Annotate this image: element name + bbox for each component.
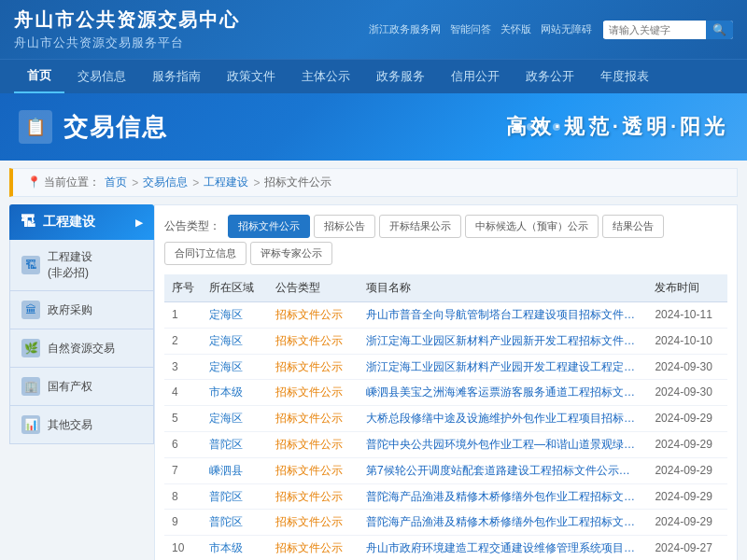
nav-subject[interactable]: 主体公示 xyxy=(289,61,363,92)
cell-date: 2024-09-29 xyxy=(647,406,727,432)
cell-name[interactable]: 普陀中央公共园环境外包作业工程—和谐山道景观绿化工程招标文件... xyxy=(359,431,647,457)
breadcrumb-construction[interactable]: 工程建设 xyxy=(204,175,248,190)
cell-date: 2024-09-30 xyxy=(647,380,727,406)
breadcrumb-current: 招标文件公示 xyxy=(264,175,331,190)
nav-service-guide[interactable]: 服务指南 xyxy=(139,61,214,92)
sidebar-item-state-owned[interactable]: 🏢 国有产权 xyxy=(9,368,154,406)
cell-num: 10 xyxy=(164,536,202,560)
cell-type: 招标文件公示 xyxy=(268,406,359,432)
other-trade-icon: 📊 xyxy=(21,415,40,434)
header-links: 浙江政务服务网 智能问答 关怀版 网站无障碍 xyxy=(369,22,592,36)
cell-name[interactable]: 舟山市政府环境建造工程交通建设维修管理系统项目招标文件公示 xyxy=(359,536,647,560)
sidebar-header: 🏗 工程建设 ▶ xyxy=(9,204,154,240)
table-row: 2 定海区 招标文件公示 浙江定海工业园区新材料产业园新开发工程招标文件公示 2… xyxy=(164,328,727,354)
cell-name[interactable]: 大桥总段修缮中途及设施维护外包作业工程项目招标文件公示 xyxy=(359,406,647,432)
nav-gov-service[interactable]: 政务服务 xyxy=(363,61,438,92)
cell-type: 招标文件公示 xyxy=(268,302,359,329)
sidebar-item-gov-purchase[interactable]: 🏛 政府采购 xyxy=(9,291,154,329)
cell-type: 招标文件公示 xyxy=(268,457,359,483)
banner-dot-2[interactable] xyxy=(527,123,534,131)
cell-num: 9 xyxy=(164,510,202,536)
search-input[interactable] xyxy=(603,21,706,38)
link-zj-gov[interactable]: 浙江政务服务网 xyxy=(369,22,441,36)
cell-name[interactable]: 浙江定海工业园区新材料产业园新开发工程招标文件公示 xyxy=(359,328,647,354)
sidebar-item-label-construction: 工程建设(非必招) xyxy=(48,249,92,281)
cell-region: 定海区 xyxy=(202,302,268,329)
header-branding: 舟山市公共资源交易中心 舟山市公共资源交易服务平台 xyxy=(14,7,240,51)
site-header: 舟山市公共资源交易中心 舟山市公共资源交易服务平台 浙江政务服务网 智能问答 关… xyxy=(0,0,747,59)
col-date: 发布时间 xyxy=(647,274,727,302)
tab-candidate[interactable]: 中标候选人（预审）公示 xyxy=(465,215,599,238)
cell-name[interactable]: 普陀海产品渔港及精修木桥修缮外包作业工程招标文件公示 xyxy=(359,483,647,510)
banner-dot-3[interactable] xyxy=(540,123,547,131)
cell-num: 2 xyxy=(164,328,202,354)
sidebar-item-label-natural: 自然资源交易 xyxy=(48,341,115,357)
nav-credit[interactable]: 信用公开 xyxy=(438,61,513,92)
sidebar-item-other-trade[interactable]: 📊 其他交易 xyxy=(9,406,154,444)
search-button[interactable]: 🔍 xyxy=(706,21,733,39)
tab-bid-docs[interactable]: 招标文件公示 xyxy=(228,215,310,238)
sidebar-item-label-state: 国有产权 xyxy=(48,379,92,395)
cell-date: 2024-09-30 xyxy=(647,354,727,380)
cell-name[interactable]: 舟山市普音全向导航管制塔台工程建设项目招标文件公示 xyxy=(359,302,647,329)
cell-type: 招标文件公示 xyxy=(268,536,359,560)
col-num: 序号 xyxy=(164,274,202,302)
header-right: 浙江政务服务网 智能问答 关怀版 网站无障碍 🔍 xyxy=(369,21,733,39)
table-row: 4 市本级 招标文件公示 嵊泗县美宝之洲海滩客运票游客服务通道工程招标文件公示公… xyxy=(164,380,727,406)
cell-region: 嵊泗县 xyxy=(202,457,268,483)
col-type: 公告类型 xyxy=(268,274,359,302)
col-name: 项目名称 xyxy=(359,274,647,302)
cell-type: 招标文件公示 xyxy=(268,328,359,354)
tab-bid-notice[interactable]: 招标公告 xyxy=(314,215,375,238)
banner-dot-4[interactable] xyxy=(553,123,560,131)
nav-gov-public[interactable]: 政务公开 xyxy=(513,61,587,92)
main-layout: 🏗 工程建设 ▶ 🏗 工程建设(非必招) 🏛 政府采购 🌿 自然资源交易 🏢 国… xyxy=(9,204,738,560)
sidebar-header-label: 工程建设 xyxy=(43,214,95,231)
sidebar-item-natural-resource[interactable]: 🌿 自然资源交易 xyxy=(9,329,154,368)
sidebar-item-construction-nonbid[interactable]: 🏗 工程建设(非必招) xyxy=(9,240,154,291)
page-banner: 📋 交易信息 高效·规范·透明·阳光 xyxy=(0,93,747,161)
cell-num: 5 xyxy=(164,406,202,432)
cell-name[interactable]: 第7候轮公开调度站配套道路建设工程招标文件公示公告 xyxy=(359,457,647,483)
banner-dot-1[interactable] xyxy=(514,123,521,131)
construction-nonbid-icon: 🏗 xyxy=(21,256,40,274)
cell-region: 普陀区 xyxy=(202,483,268,510)
cell-date: 2024-10-11 xyxy=(647,302,727,329)
sidebar-header-icon: 🏗 xyxy=(21,214,35,231)
main-nav: 首页 交易信息 服务指南 政策文件 主体公示 政务服务 信用公开 政务公开 年度… xyxy=(0,59,747,93)
banner-dots xyxy=(514,123,560,131)
tab-result[interactable]: 结果公告 xyxy=(602,215,664,238)
breadcrumb-home[interactable]: 首页 xyxy=(105,175,127,190)
natural-resource-icon: 🌿 xyxy=(21,339,40,357)
banner-left: 📋 交易信息 xyxy=(19,110,168,144)
nav-home[interactable]: 首页 xyxy=(14,60,64,93)
cell-region: 市本级 xyxy=(202,380,268,406)
table-row: 10 市本级 招标文件公示 舟山市政府环境建造工程交通建设维修管理系统项目招标文… xyxy=(164,536,727,560)
banner-title: 交易信息 xyxy=(63,111,168,144)
table-row: 3 定海区 招标文件公示 浙江定海工业园区新材料产业园开发工程建设工程定海工业园… xyxy=(164,354,727,380)
table-row: 6 普陀区 招标文件公示 普陀中央公共园环境外包作业工程—和谐山道景观绿化工程招… xyxy=(164,431,727,457)
cell-date: 2024-09-29 xyxy=(647,431,727,457)
breadcrumb-trade[interactable]: 交易信息 xyxy=(143,175,188,190)
site-title-main: 舟山市公共资源交易中心 xyxy=(14,7,240,33)
nav-annual[interactable]: 年度报表 xyxy=(587,61,662,92)
tab-open-result[interactable]: 开标结果公示 xyxy=(379,215,461,238)
state-owned-icon: 🏢 xyxy=(21,377,40,396)
breadcrumb-label: 📍 当前位置： xyxy=(27,175,100,190)
link-accessible[interactable]: 网站无障碍 xyxy=(541,22,592,36)
col-region: 所在区域 xyxy=(202,274,268,302)
cell-type: 招标文件公示 xyxy=(268,431,359,457)
nav-policy[interactable]: 政策文件 xyxy=(214,61,289,92)
link-ai-qa[interactable]: 智能问答 xyxy=(450,22,491,36)
chevron-right-icon: ▶ xyxy=(135,217,143,228)
nav-trade-info[interactable]: 交易信息 xyxy=(64,61,139,92)
cell-name[interactable]: 嵊泗县美宝之洲海滩客运票游客服务通道工程招标文件公示公告 xyxy=(359,380,647,406)
cell-name[interactable]: 普陀海产品渔港及精修木桥修缮外包作业工程招标文件公示 xyxy=(359,510,647,536)
cell-date: 2024-09-29 xyxy=(647,510,727,536)
tab-contract[interactable]: 合同订立信息 xyxy=(164,242,247,265)
link-care[interactable]: 关怀版 xyxy=(500,22,531,36)
table-row: 7 嵊泗县 招标文件公示 第7候轮公开调度站配套道路建设工程招标文件公示公告 2… xyxy=(164,457,727,483)
tab-expert[interactable]: 评标专家公示 xyxy=(250,242,332,265)
tab-label: 公告类型： xyxy=(164,218,220,234)
cell-name[interactable]: 浙江定海工业园区新材料产业园开发工程建设工程定海工业园区新材... xyxy=(359,354,647,380)
